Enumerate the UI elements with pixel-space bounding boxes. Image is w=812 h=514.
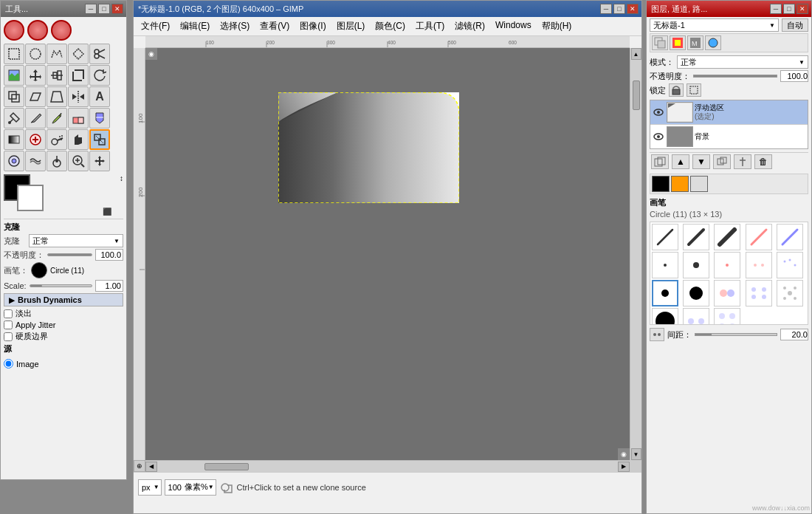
pan-tool2[interactable] (89, 151, 110, 171)
duplicate-layer-btn[interactable] (713, 154, 731, 169)
scissors-select-tool[interactable] (89, 44, 110, 64)
perspective-tool[interactable] (47, 86, 67, 107)
menu-file[interactable]: 文件(F) (137, 18, 174, 34)
source-image-radio[interactable] (4, 359, 13, 369)
menu-help[interactable]: 帮助(H) (537, 18, 577, 34)
palette-black[interactable] (652, 176, 670, 192)
brush-item-4[interactable] (777, 224, 803, 250)
brush-item-7[interactable] (714, 252, 740, 278)
scroll-down-btn[interactable]: ▼ (631, 448, 641, 460)
blend-tool[interactable] (4, 129, 24, 150)
palette-orange[interactable] (671, 176, 689, 192)
h-scrollbar[interactable]: ◀ ▶ (145, 460, 630, 472)
scroll-up-btn[interactable]: ▲ (631, 48, 641, 60)
brush-item-5[interactable] (652, 252, 678, 278)
shear-tool[interactable] (25, 86, 46, 107)
menu-windows[interactable]: Windows (491, 18, 536, 34)
crop-tool[interactable] (68, 65, 89, 86)
reset-colors-btn[interactable]: ⬛ (103, 208, 111, 216)
menu-tools[interactable]: 工具(T) (411, 18, 449, 34)
scale-slider[interactable] (30, 284, 92, 287)
main-maximize-btn[interactable]: □ (613, 4, 625, 14)
menu-select[interactable]: 选择(S) (216, 18, 254, 34)
paintbrush-tool[interactable] (47, 108, 67, 128)
dodge-burn-tool[interactable] (47, 151, 67, 171)
flip-tool[interactable] (68, 86, 89, 107)
brush-item-13[interactable] (746, 280, 772, 306)
layer-item-1[interactable]: 背景 (650, 125, 808, 148)
align-tool[interactable] (47, 65, 67, 86)
zoom-percent-box[interactable]: 100 像素% ▼ (165, 479, 216, 496)
brush-dynamics-header[interactable]: ▶ Brush Dynamics (4, 293, 123, 306)
anchor-layer-btn[interactable] (734, 154, 751, 169)
menu-colors[interactable]: 颜色(C) (371, 18, 410, 34)
color-layer-icon[interactable] (670, 35, 686, 50)
brush-item-1[interactable] (683, 224, 709, 250)
new-layer-icon[interactable] (652, 35, 668, 50)
menu-edit[interactable]: 编辑(E) (176, 18, 214, 34)
menu-layer[interactable]: 图层(L) (332, 18, 370, 34)
lock-paint-btn[interactable] (687, 83, 701, 97)
spacing-input[interactable] (780, 329, 808, 340)
text-tool[interactable]: A (89, 86, 110, 107)
corner-nav-btn[interactable]: ⊕ (134, 460, 145, 472)
canvas-nav-topleft[interactable]: ◉ (145, 48, 157, 60)
document-combo[interactable]: 无标题-1 ▼ (650, 18, 779, 32)
convolve-tool[interactable] (4, 151, 24, 171)
canvas-area[interactable] (145, 48, 630, 460)
tool-close-btn[interactable]: ✕ (111, 4, 123, 14)
bucket-fill-tool[interactable] (89, 108, 110, 128)
eraser-tool[interactable] (68, 108, 89, 128)
hard-edge-checkbox[interactable] (4, 332, 13, 341)
brush-item-12[interactable] (714, 280, 740, 306)
layer-opacity-input[interactable] (780, 70, 808, 82)
scroll-thumb-h[interactable] (204, 463, 249, 470)
menu-filters[interactable]: 滤镜(R) (450, 18, 489, 34)
heal-tool[interactable] (25, 129, 46, 150)
swap-colors-btn[interactable]: ↕ (120, 174, 123, 182)
layer-eye-0[interactable] (652, 106, 665, 119)
smudge-tool[interactable] (25, 151, 46, 171)
brush-item-10-selected[interactable] (652, 280, 678, 306)
tool-maximize-btn[interactable]: □ (98, 4, 110, 14)
clone-tool[interactable] (89, 129, 110, 150)
canvas-nav-bottomright[interactable]: ◉ (618, 448, 630, 460)
move-tool[interactable] (25, 65, 46, 86)
brush-item-17[interactable] (714, 308, 740, 325)
spacing-icon-btn[interactable] (650, 328, 664, 341)
tool-minimize-btn[interactable]: ─ (85, 4, 97, 14)
layers-minimize-btn[interactable]: ─ (770, 4, 782, 14)
menu-image[interactable]: 图像(I) (295, 18, 330, 34)
apply-jitter-row[interactable]: Apply Jitter (4, 321, 123, 329)
spacing-slider[interactable] (695, 333, 777, 336)
palette-gray[interactable] (690, 176, 708, 192)
ink-tool[interactable] (68, 129, 89, 150)
lower-layer-btn[interactable]: ▼ (692, 154, 710, 169)
scroll-left-btn[interactable]: ◀ (145, 462, 157, 472)
fuzzy-select-tool[interactable] (68, 44, 89, 64)
brush-item-2[interactable] (714, 224, 740, 250)
layer-opacity-slider[interactable] (693, 75, 777, 78)
layers-maximize-btn[interactable]: □ (783, 4, 795, 14)
scroll-thumb-v[interactable] (633, 80, 640, 110)
source-image-row[interactable]: Image (4, 359, 39, 369)
brush-item-6[interactable] (683, 252, 709, 278)
free-select-tool[interactable] (47, 44, 67, 64)
rect-select-tool[interactable] (4, 44, 24, 64)
pencil-tool[interactable] (25, 108, 46, 128)
scale-tool[interactable] (4, 86, 24, 107)
mask-layer-icon[interactable]: M (687, 35, 703, 50)
delete-layer-btn[interactable]: 🗑 (754, 154, 772, 169)
auto-btn[interactable]: 自动 (782, 18, 808, 32)
ellipse-select-tool[interactable] (25, 44, 46, 64)
layer-eye-1[interactable] (652, 130, 665, 143)
zoom-unit-combo[interactable]: px ▼ (138, 479, 162, 496)
opacity-slider[interactable] (47, 253, 92, 256)
brush-item-16[interactable] (683, 308, 709, 325)
brush-item-3[interactable] (746, 224, 772, 250)
layers-close-btn[interactable]: ✕ (796, 4, 808, 14)
brush-item-9[interactable] (777, 252, 803, 278)
airbrush-tool[interactable] (47, 129, 67, 150)
zoom-tool[interactable] (68, 151, 89, 171)
foreground-select-tool[interactable] (4, 65, 24, 86)
